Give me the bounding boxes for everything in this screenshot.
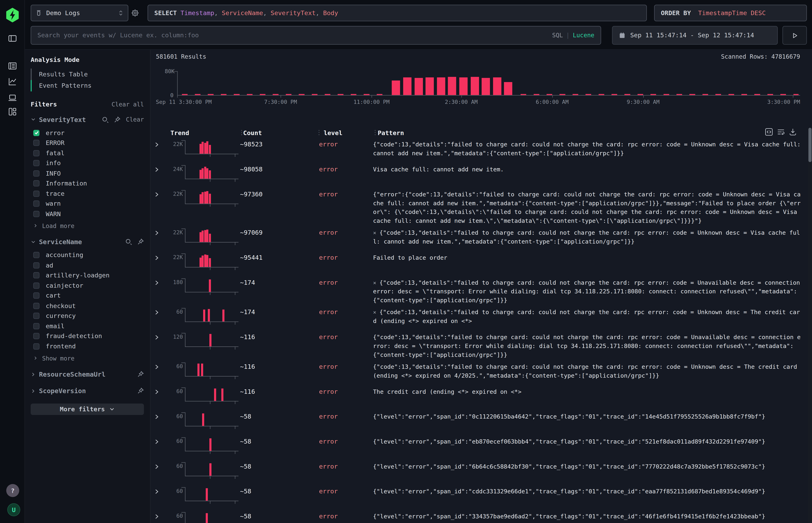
user-avatar[interactable]: U [7, 503, 20, 516]
filter-option[interactable]: fraud-detection [31, 331, 144, 341]
histogram-bar[interactable] [471, 77, 479, 95]
filter-option[interactable]: Information [31, 178, 144, 188]
expand-row-chevron-icon[interactable] [154, 165, 162, 173]
expand-row-chevron-icon[interactable] [154, 140, 162, 148]
filter-option[interactable]: ad [31, 260, 144, 270]
order-by-input[interactable]: ORDER BY TimestampTime DESC [654, 5, 807, 21]
checkbox-unchecked[interactable] [33, 201, 39, 207]
filter-load-more-button[interactable]: Load more [31, 221, 144, 230]
filter-option[interactable]: email [31, 321, 144, 331]
more-filters-button[interactable]: More filters [31, 403, 144, 415]
histogram-bar[interactable] [414, 78, 423, 95]
clear-filter-button[interactable]: Clear [126, 116, 144, 123]
column-resize-handle[interactable]: ⋮ [372, 129, 378, 136]
filter-option[interactable]: warn [31, 199, 144, 209]
checkbox-unchecked[interactable] [33, 262, 39, 268]
checkbox-unchecked[interactable] [33, 283, 39, 289]
checkbox-unchecked[interactable] [33, 252, 39, 258]
pattern-row[interactable]: 60~116errorThe credit card (ending <*> e… [151, 384, 808, 409]
pattern-row[interactable]: 60~58error{"level":"error","span_id":"0c… [151, 409, 808, 434]
checkbox-unchecked[interactable] [33, 160, 39, 166]
filter-option[interactable]: artillery-loadgen [31, 270, 144, 281]
analysis-tab-event-patterns[interactable]: Event Patterns [31, 80, 144, 92]
checkbox-unchecked[interactable] [33, 313, 39, 319]
column-resize-handle[interactable]: ⋮ [316, 129, 322, 136]
mode-sql[interactable]: SQL [552, 32, 563, 39]
filter-option[interactable]: info [31, 158, 144, 168]
expand-row-chevron-icon[interactable] [154, 512, 162, 519]
exclude-x-icon[interactable]: × [373, 230, 376, 236]
view-json-icon[interactable] [765, 128, 773, 136]
filter-option[interactable]: cart [31, 290, 144, 301]
scrollbar-thumb[interactable] [808, 128, 811, 162]
histogram-bar[interactable] [504, 82, 512, 95]
filter-option[interactable]: trace [31, 188, 144, 199]
expand-row-chevron-icon[interactable] [154, 190, 162, 197]
checkbox-unchecked[interactable] [33, 292, 39, 299]
histogram-bar[interactable] [426, 77, 434, 95]
checkbox-unchecked[interactable] [33, 150, 39, 156]
source-settings-gear-icon[interactable] [131, 9, 139, 17]
pattern-row[interactable]: 60~58error{"level":"error","span_id":"33… [151, 509, 808, 523]
expand-row-chevron-icon[interactable] [154, 333, 162, 340]
pattern-row[interactable]: 22K~97069error×{"code":13,"details":"fai… [151, 226, 808, 250]
checkbox-unchecked[interactable] [33, 303, 39, 309]
checkbox-unchecked[interactable] [33, 272, 39, 278]
nav-chart-explorer-icon[interactable] [8, 77, 17, 86]
histogram-bar[interactable] [437, 77, 445, 95]
filter-group-header-resourceschemaurl[interactable]: ResourceSchemaUrl [31, 369, 144, 379]
run-query-button[interactable] [782, 26, 807, 45]
histogram-bar[interactable] [493, 77, 501, 95]
expand-row-chevron-icon[interactable] [154, 278, 162, 286]
pattern-row[interactable]: 180~174error×{"code":13,"details":"faile… [151, 275, 808, 305]
checkbox-unchecked[interactable] [33, 323, 39, 329]
histogram-bar[interactable] [392, 80, 400, 95]
expand-row-chevron-icon[interactable] [154, 253, 162, 261]
download-icon[interactable] [789, 128, 797, 136]
expand-row-chevron-icon[interactable] [154, 308, 162, 315]
pin-icon[interactable] [137, 387, 144, 394]
checkbox-unchecked[interactable] [33, 343, 39, 349]
help-button[interactable]: ? [6, 484, 19, 497]
pattern-row[interactable]: 60~58error{"level":"error","span_id":"6b… [151, 459, 808, 484]
sidebar-toggle-icon[interactable] [8, 34, 17, 43]
expand-row-chevron-icon[interactable] [154, 412, 162, 419]
pattern-row[interactable]: 22K~95441errorFailed to place order [151, 250, 808, 275]
expand-row-chevron-icon[interactable] [154, 229, 162, 236]
histogram-bar[interactable] [448, 77, 456, 95]
analysis-tab-results-table[interactable]: Results Table [31, 69, 144, 80]
mode-lucene[interactable]: Lucene [573, 32, 594, 39]
pattern-row[interactable]: 60~58error{"level":"error","span_id":"cd… [151, 484, 808, 509]
checkbox-unchecked[interactable] [33, 180, 39, 187]
filter-option[interactable]: INFO [31, 168, 144, 178]
filter-option[interactable]: fatal [31, 148, 144, 158]
checkbox-unchecked[interactable] [33, 191, 39, 197]
checkbox-unchecked[interactable] [33, 333, 39, 339]
expand-row-chevron-icon[interactable] [154, 487, 162, 494]
pattern-row[interactable]: 120~116error{"code":13,"details":"failed… [151, 330, 808, 360]
filter-group-header-servicename[interactable]: ServiceName [31, 236, 144, 247]
filter-option[interactable]: checkout [31, 301, 144, 311]
select-query-input[interactable]: SELECT Timestamp, ServiceName, SeverityT… [148, 5, 647, 21]
histogram-bar[interactable] [459, 77, 467, 95]
date-range-picker[interactable]: Sep 11 15:47:14 - Sep 12 15:47:14 [612, 26, 778, 45]
filter-option[interactable]: cainjector [31, 281, 144, 290]
exclude-x-icon[interactable]: × [373, 279, 376, 286]
search-icon[interactable] [125, 238, 132, 245]
column-header-trend[interactable]: Trend [171, 129, 189, 137]
filter-group-header-severitytext[interactable]: SeverityTextClear [31, 114, 144, 125]
filter-option[interactable]: accounting [31, 250, 144, 260]
hyperdx-logo-icon[interactable] [6, 8, 19, 22]
column-header-level[interactable]: level [324, 129, 342, 137]
pattern-row[interactable]: 60~174error×{"code":13,"details":"failed… [151, 305, 808, 330]
checkbox-unchecked[interactable] [33, 140, 39, 146]
pin-icon[interactable] [137, 238, 144, 245]
histogram-bar[interactable] [482, 78, 490, 95]
expand-row-chevron-icon[interactable] [154, 362, 162, 370]
pattern-row[interactable]: 60~58error{"level":"error","span_id":"eb… [151, 434, 808, 459]
pin-icon[interactable] [114, 116, 121, 123]
column-header-count[interactable]: Count [243, 129, 262, 137]
checkbox-unchecked[interactable] [33, 170, 39, 176]
column-header-pattern[interactable]: Pattern [378, 129, 404, 137]
pin-icon[interactable] [137, 371, 144, 377]
